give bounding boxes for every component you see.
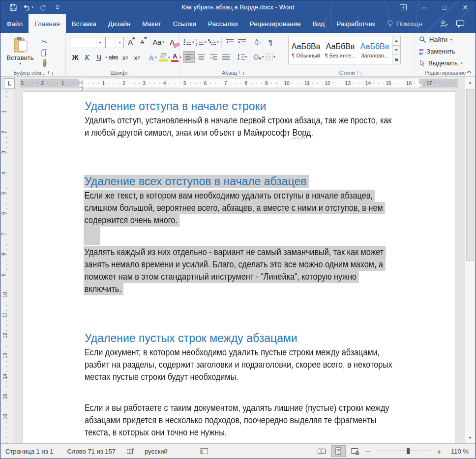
justify-button[interactable] [220, 51, 232, 63]
print-layout-button[interactable] [331, 445, 346, 457]
document-paragraph[interactable]: Удалить отступ, установленный в начале п… [85, 115, 425, 139]
line-spacing-button[interactable]: ▾ [236, 51, 248, 63]
page-number-indicator[interactable]: Страница 1 из 1 [5, 448, 53, 455]
styles-scroll-up-button[interactable] [392, 36, 400, 46]
language-indicator[interactable]: русский [145, 448, 168, 455]
show-paragraph-marks-button[interactable]: ¶ [265, 36, 276, 48]
document-line[interactable]: Если документ, в котором необходимо удал… [85, 346, 380, 359]
vertical-ruler[interactable]: 12345678910111213141516 [0, 90, 13, 443]
save-button[interactable] [7, 1, 19, 13]
document-line[interactable]: текста, в которых они точно не нужны. [85, 427, 227, 439]
dialog-launcher-icon[interactable] [239, 71, 244, 75]
tab-home[interactable]: Главная [29, 14, 65, 33]
styles-more-button[interactable] [392, 55, 400, 64]
tab-design[interactable]: Дизайн [102, 14, 136, 33]
tab-file[interactable]: Файл [0, 14, 29, 33]
shading-button[interactable]: ▾ [252, 51, 264, 63]
paste-button[interactable]: Вставить ▾ [2, 35, 38, 68]
document-line[interactable]: разбит на разделы, содержит заголовки и … [85, 359, 392, 371]
italic-button[interactable]: К [82, 52, 92, 63]
font-name-combo[interactable]: ▾ [70, 37, 104, 48]
cut-button[interactable]: ✂ [38, 37, 51, 47]
format-painter-button[interactable] [38, 58, 51, 68]
redo-button[interactable] [37, 1, 49, 13]
zoom-slider-thumb[interactable] [407, 448, 410, 454]
align-left-button[interactable] [183, 51, 195, 63]
comments-button[interactable] [452, 14, 469, 33]
align-center-button[interactable] [195, 51, 207, 63]
horizontal-ruler[interactable]: 3211234567891011121314151617 [20, 79, 458, 87]
macro-record-button[interactable] [200, 448, 208, 455]
undo-button[interactable]: ▾ [22, 1, 34, 13]
document-heading[interactable]: Удаление отступа в начале строки [85, 100, 425, 113]
sort-button[interactable]: АЯ ↓ [252, 36, 264, 48]
word-count-indicator[interactable]: Слово 71 из 157 [67, 448, 116, 455]
maximize-button[interactable]: □ [434, 0, 455, 14]
select-button[interactable]: Выделить▾ [419, 58, 476, 68]
document-line[interactable]: Удалить отступ, установленный в начале п… [85, 115, 391, 127]
document-line[interactable]: занять немало времени и усилий. Благо, с… [84, 258, 385, 271]
grow-font-button[interactable]: А [125, 36, 136, 48]
document-line[interactable]: включить. [84, 283, 123, 295]
increase-indent-button[interactable] [236, 36, 248, 48]
style-normal[interactable]: АаБбВв ¶ Обычный [289, 36, 323, 64]
subscript-button[interactable]: х2 [120, 52, 131, 63]
styles-scroll-down-button[interactable] [392, 46, 400, 55]
dialog-launcher-icon[interactable] [131, 71, 135, 75]
document-content[interactable]: Удаление отступа в начале строкиУдалить … [23, 92, 455, 439]
style-no-spacing[interactable]: АаБбВв ¶ Без инте... [323, 36, 357, 64]
customize-qat-button[interactable] [52, 1, 63, 13]
text-effects-button[interactable]: А▾ [148, 52, 158, 63]
zoom-out-button[interactable]: − [364, 447, 372, 456]
zoom-slider[interactable] [376, 446, 431, 456]
document-heading[interactable]: Удаление пустых строк между абзацами [85, 332, 425, 344]
tab-review[interactable]: Рецензирование [244, 14, 307, 33]
tab-references[interactable]: Ссылки [167, 14, 202, 33]
decrease-indent-button[interactable] [224, 36, 236, 48]
document-line[interactable]: Удалять каждый из них отдельно - вариант… [84, 246, 386, 258]
shrink-font-button[interactable]: А [137, 36, 148, 48]
tab-insert[interactable]: Вставка [66, 14, 102, 33]
align-right-button[interactable] [208, 51, 219, 63]
document-paragraph[interactable]: Если же текст, в котором вам необходимо … [85, 190, 425, 227]
document-line[interactable]: абзацами придется в несколько подходов, … [85, 414, 376, 427]
font-size-dropdown-arrow[interactable]: ▾ [116, 37, 123, 48]
paste-dropdown-arrow[interactable]: ▾ [19, 62, 21, 66]
close-button[interactable]: ✕ [455, 0, 476, 14]
copy-button[interactable] [38, 48, 51, 57]
find-button[interactable]: Найти▾ [419, 34, 476, 45]
document-page[interactable]: Удаление отступа в начале строкиУдалить … [23, 91, 455, 443]
zoom-in-button[interactable]: + [435, 447, 443, 456]
replace-button[interactable]: abac Заменить [419, 46, 476, 57]
underline-button[interactable]: Ч [93, 52, 104, 63]
document-paragraph[interactable]: Удалять каждый из них отдельно - вариант… [85, 246, 425, 295]
document-line[interactable]: и любой другой символ, знак или объект в… [85, 127, 313, 139]
left-indent-marker[interactable] [79, 87, 83, 90]
tab-mailings[interactable]: Рассылки [202, 14, 244, 33]
strikethrough-button[interactable]: abc [108, 52, 119, 63]
document-line[interactable]: местах пустые строки будут необходимы. [85, 371, 238, 383]
text-highlight-button[interactable]: ▾ [159, 52, 170, 63]
font-name-dropdown-arrow[interactable]: ▾ [96, 37, 104, 48]
vertical-scrollbar[interactable] [465, 77, 475, 443]
bold-button[interactable]: Ж [70, 52, 81, 63]
borders-button[interactable]: ▾ [265, 51, 276, 63]
misspelled-word[interactable]: Ворд [293, 128, 311, 138]
superscript-button[interactable]: х2 [132, 52, 143, 63]
bullets-button[interactable]: ▾ [183, 36, 195, 48]
tab-developer[interactable]: Разработчик [330, 14, 381, 33]
scroll-down-button[interactable] [465, 432, 475, 443]
sign-in-button[interactable] [435, 14, 452, 33]
ribbon-display-options-button[interactable] [393, 0, 414, 14]
undo-dropdown-arrow[interactable]: ▾ [31, 5, 33, 9]
document-paragraph[interactable]: Если документ, в котором необходимо удал… [85, 346, 425, 383]
document-line[interactable]: содержится очень много. [84, 214, 179, 227]
tab-view[interactable]: Вид [307, 14, 330, 33]
document-line[interactable]: слишком большой, вероятнее всего, абзаце… [84, 202, 385, 214]
scroll-up-button[interactable] [465, 77, 475, 87]
font-size-combo[interactable]: ▾ [105, 37, 124, 48]
multilevel-list-button[interactable]: ▾ [208, 36, 219, 48]
tab-layout[interactable]: Макет [136, 14, 167, 33]
proofing-status-button[interactable] [126, 448, 135, 455]
dialog-launcher-icon[interactable] [357, 71, 361, 75]
